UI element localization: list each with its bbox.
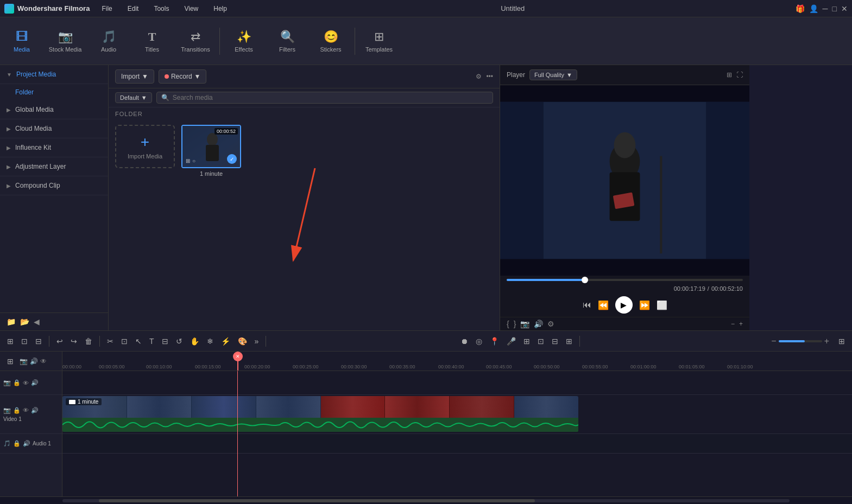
toolbar-media[interactable]: 🎞 Media [0, 20, 43, 63]
sidebar-folder-item[interactable]: Folder [0, 84, 108, 100]
timeline-scrollbar[interactable] [62, 499, 790, 502]
close-icon[interactable]: ✕ [841, 4, 848, 13]
menu-help[interactable]: Help [210, 3, 230, 15]
step-forward-button[interactable]: ⏩ [639, 300, 650, 310]
text-tool-icon[interactable]: T [147, 335, 157, 348]
audio1-speaker-icon[interactable]: 🔊 [23, 440, 30, 447]
audio1-mic-icon[interactable]: 🎵 [3, 440, 11, 447]
video1-camera-icon[interactable]: 📷 [3, 407, 11, 414]
search-box[interactable]: 🔍 [156, 92, 493, 104]
more-options-icon[interactable]: ••• [486, 73, 493, 80]
stop-button[interactable]: ⬜ [657, 300, 667, 310]
settings-icon[interactable]: ⚙ [547, 320, 554, 328]
trim-icon[interactable]: ⊟ [159, 335, 171, 348]
auto-reframe-icon[interactable]: ⊞ [521, 335, 533, 348]
eye-track-icon[interactable]: 👁 [40, 358, 47, 365]
toolbar-templates[interactable]: ⊞ Templates [357, 20, 401, 63]
sidebar-item-compound-clip[interactable]: ▶ Compound Clip [0, 176, 108, 195]
speaker-icon-track[interactable]: 🔊 [31, 379, 39, 386]
sidebar-item-influence-kit[interactable]: ▶ Influence Kit [0, 138, 108, 157]
video1-speaker-icon[interactable]: 🔊 [31, 407, 39, 414]
sidebar-item-global-media[interactable]: ▶ Global Media [0, 100, 108, 119]
portrait-icon[interactable]: ⊟ [549, 335, 561, 348]
motion-icon[interactable]: ◎ [473, 335, 485, 348]
toolbar-stickers[interactable]: 😊 Stickers [309, 20, 352, 63]
step-back-button[interactable]: ⏪ [598, 300, 609, 310]
folder-action-icon[interactable]: 📂 [20, 317, 29, 326]
mark-out-icon[interactable]: } [514, 320, 516, 328]
zoom-slider[interactable] [779, 340, 822, 342]
mark-in-icon[interactable]: { [507, 320, 509, 328]
camera-track-icon[interactable]: 📷 [20, 358, 28, 365]
snapshot-icon[interactable]: 📷 [520, 320, 529, 328]
add-track-btn[interactable]: ⊞ [4, 355, 16, 368]
lock-icon-track[interactable]: 🔒 [13, 379, 21, 386]
delete-icon[interactable]: 🗑 [82, 335, 95, 348]
speed-icon[interactable]: ⚡ [218, 335, 233, 348]
toolbar-audio[interactable]: 🎵 Audio [87, 20, 130, 63]
filter-icon[interactable]: ⚙ [476, 73, 482, 80]
import-button[interactable]: Import ▼ [115, 69, 154, 84]
more-tl-icon[interactable]: » [252, 335, 262, 348]
rewind-button[interactable]: ⏮ [583, 300, 591, 310]
undo-icon[interactable]: ↩ [54, 335, 66, 348]
sidebar-item-cloud-media[interactable]: ▶ Cloud Media [0, 119, 108, 138]
maximize-icon[interactable]: □ [832, 4, 837, 13]
marker-icon[interactable]: 📍 [487, 335, 502, 348]
scissors-icon[interactable]: ✂ [104, 335, 116, 348]
progress-bar[interactable] [507, 279, 743, 281]
player-fullscreen-icon[interactable]: ⛶ [736, 71, 743, 79]
audio-track-icon[interactable]: 🔊 [30, 358, 38, 365]
add-track-icon[interactable]: ⊞ [4, 335, 16, 348]
select-icon[interactable]: ↖ [132, 335, 144, 348]
layout-tl-icon[interactable]: ⊞ [563, 335, 575, 348]
freeze-icon[interactable]: ❄ [204, 335, 216, 348]
crop-icon[interactable]: ⊡ [118, 335, 130, 348]
toolbar-transitions[interactable]: ⇄ Transitions [174, 20, 217, 63]
sidebar-item-project-media[interactable]: ▼ Project Media [0, 65, 108, 84]
bg-remove-icon[interactable]: ⊡ [535, 335, 547, 348]
rotate-icon[interactable]: ↺ [173, 335, 185, 348]
audio-meter-icon[interactable]: 🔊 [534, 320, 543, 328]
zoom-minus-tl[interactable]: − [771, 336, 776, 346]
expand-tl-icon[interactable]: ⊞ [836, 335, 848, 348]
audio1-lock-icon[interactable]: 🔒 [13, 440, 21, 447]
user-icon[interactable]: 👤 [809, 4, 818, 13]
menu-edit[interactable]: Edit [124, 3, 142, 15]
toolbar-titles[interactable]: T Titles [130, 20, 174, 63]
camera-icon-track[interactable]: 📷 [3, 379, 11, 386]
eye-icon-track[interactable]: 👁 [23, 380, 29, 386]
toolbar-stock-media[interactable]: 📷 Stock Media [43, 20, 87, 63]
gift-icon[interactable]: 🎁 [796, 4, 805, 13]
media-card-0[interactable]: 00:00:52 ⊞ ○ ✓ 1 minute [181, 125, 241, 177]
record-button[interactable]: Record ▼ [159, 69, 207, 84]
search-input[interactable] [173, 94, 488, 101]
collapse-panel-icon[interactable]: ◀ [34, 317, 40, 326]
audio-tl-icon[interactable]: 🎤 [504, 335, 519, 348]
zoom-plus-tl[interactable]: + [824, 336, 829, 346]
pan-icon[interactable]: ✋ [187, 335, 202, 348]
menu-file[interactable]: File [98, 3, 115, 15]
track-settings-icon[interactable]: ⊡ [18, 335, 30, 348]
add-folder-icon[interactable]: 📁 [7, 317, 16, 326]
track-toggle-icon[interactable]: ⊟ [33, 335, 45, 348]
color-icon[interactable]: 🎨 [235, 335, 250, 348]
sidebar-item-adjustment-layer[interactable]: ▶ Adjustment Layer [0, 157, 108, 176]
zoom-add-icon[interactable]: + [739, 320, 743, 328]
menu-tools[interactable]: Tools [150, 3, 172, 15]
video-clip[interactable]: 1 minute // Generate waveform bars in SV… [62, 396, 578, 432]
quality-select[interactable]: Full Quality ▼ [529, 69, 577, 80]
minimize-icon[interactable]: ─ [823, 4, 828, 13]
video1-eye-icon[interactable]: 👁 [23, 407, 29, 413]
menu-view[interactable]: View [181, 3, 201, 15]
playhead-circle[interactable]: ✕ [233, 352, 243, 361]
redo-icon[interactable]: ↪ [68, 335, 80, 348]
toolbar-effects[interactable]: ✨ Effects [222, 20, 266, 63]
import-media-card[interactable]: + Import Media [115, 125, 175, 168]
video1-lock-icon[interactable]: 🔒 [13, 407, 21, 414]
player-layout-icon[interactable]: ⊞ [727, 71, 732, 79]
toolbar-filters[interactable]: 🔍 Filters [266, 20, 309, 63]
default-select[interactable]: Default ▼ [115, 92, 152, 103]
play-button[interactable]: ▶ [615, 296, 633, 314]
zoom-out-icon[interactable]: − [731, 320, 735, 328]
